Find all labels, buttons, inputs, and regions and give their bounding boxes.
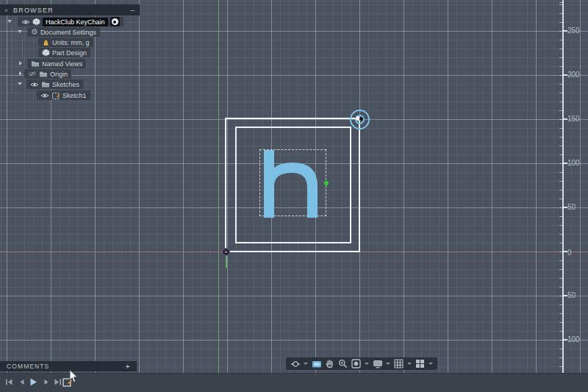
timeline-step-back-button[interactable] xyxy=(17,377,26,387)
fusion-sketch-viewport[interactable]: 250 200 150 100 50 0 50 100 « BROWSER – … xyxy=(0,0,588,392)
tree-item-label[interactable]: HackClub KeyChain xyxy=(43,18,108,26)
tree-item-label[interactable]: Document Settings xyxy=(40,29,96,36)
navigation-toolbar xyxy=(286,357,437,370)
folder-icon xyxy=(39,71,48,78)
look-at-icon[interactable] xyxy=(311,358,322,369)
origin-corner-point[interactable] xyxy=(222,248,230,256)
panel-minimize-icon[interactable]: – xyxy=(130,6,135,14)
tree-item-label[interactable]: Named Views xyxy=(42,60,82,68)
panel-collapse-icon[interactable]: « xyxy=(4,7,7,14)
comments-title: COMMENTS xyxy=(7,363,49,370)
timeline-play-button[interactable] xyxy=(29,377,38,387)
tree-item-label[interactable]: Sketches xyxy=(52,81,79,88)
activate-component-radio[interactable] xyxy=(110,17,120,26)
chevron-down-icon[interactable] xyxy=(365,363,369,365)
corner-vertex-point[interactable] xyxy=(359,117,363,121)
expand-chevron-icon[interactable] xyxy=(18,82,22,85)
eye-icon[interactable] xyxy=(21,19,30,25)
chevron-down-icon[interactable] xyxy=(429,363,433,365)
tree-item-label[interactable]: Sketch1 xyxy=(62,92,87,99)
viewports-icon[interactable] xyxy=(415,358,426,369)
tree-item-origin[interactable]: Origin xyxy=(24,69,71,79)
eye-icon[interactable] xyxy=(40,93,49,99)
expand-chevron-icon[interactable] xyxy=(18,30,22,33)
sketch-icon xyxy=(51,91,60,100)
tree-item-units[interactable]: Units: mm, g xyxy=(38,38,93,47)
tree-item-document-settings[interactable]: ⚙ Document Settings xyxy=(27,27,100,37)
ruler-label: 150 xyxy=(567,115,580,124)
timeline-go-to-start-button[interactable] xyxy=(4,377,14,387)
tree-guide-line xyxy=(12,26,12,93)
expand-chevron-icon[interactable] xyxy=(7,20,12,23)
component-cube-icon xyxy=(32,18,40,26)
origin-y-axis-stub xyxy=(226,255,227,268)
ruler-label: 0 xyxy=(567,249,572,257)
tree-item-label[interactable]: Origin xyxy=(50,71,68,78)
ruler-label: 100 xyxy=(567,159,580,168)
eye-icon[interactable] xyxy=(30,82,39,88)
folder-icon xyxy=(41,81,50,88)
chevron-down-icon[interactable] xyxy=(304,363,308,365)
tree-item-label[interactable]: Part Design xyxy=(52,49,87,57)
tree-item-named-views[interactable]: Named Views xyxy=(27,59,86,68)
gear-icon: ⚙ xyxy=(31,28,38,36)
tree-item-sketches[interactable]: Sketches xyxy=(26,79,83,89)
browser-panel-title: BROWSER xyxy=(13,7,54,14)
mouse-cursor xyxy=(69,370,78,383)
display-settings-icon[interactable] xyxy=(372,358,383,369)
timeline-bar xyxy=(0,373,588,392)
grid-snaps-icon[interactable] xyxy=(393,358,404,369)
chevron-down-icon[interactable] xyxy=(386,363,390,365)
ruler-label: 50 xyxy=(567,291,576,300)
chevron-down-icon[interactable] xyxy=(407,363,412,365)
units-weight-icon xyxy=(42,38,50,46)
ruler-label: 100 xyxy=(567,335,580,344)
orbit-icon[interactable] xyxy=(290,358,301,369)
zoom-icon[interactable] xyxy=(337,358,348,369)
comments-panel-header[interactable]: COMMENTS + xyxy=(0,361,137,371)
tree-item-hackclub-keychain[interactable]: HackClub KeyChain xyxy=(18,17,123,26)
fit-icon[interactable] xyxy=(351,358,362,369)
browser-panel-header[interactable]: « BROWSER – xyxy=(0,4,140,15)
tree-item-label[interactable]: Units: mm, g xyxy=(52,39,90,46)
timeline-step-forward-button[interactable] xyxy=(42,377,51,387)
folder-icon xyxy=(31,60,40,68)
ruler-label: 50 xyxy=(567,203,576,212)
letter-h-sketch[interactable] xyxy=(264,150,318,218)
cube-icon xyxy=(42,49,50,57)
tree-item-sketch1[interactable]: Sketch1 xyxy=(37,90,90,100)
eye-hidden-icon[interactable] xyxy=(28,71,37,77)
add-comment-button[interactable]: + xyxy=(126,362,130,371)
sketch-y-axis xyxy=(218,0,219,373)
ruler-label: 250 xyxy=(567,26,580,35)
selection-midpoint-handle[interactable] xyxy=(324,181,329,185)
pan-hand-icon[interactable] xyxy=(324,358,335,369)
tree-guide-line xyxy=(22,37,23,57)
tree-item-part-design[interactable]: Part Design xyxy=(38,48,90,57)
collapsed-chevron-icon[interactable] xyxy=(19,61,22,65)
collapsed-chevron-icon[interactable] xyxy=(19,71,22,76)
ruler-line xyxy=(562,0,564,373)
ruler-label: 200 xyxy=(567,71,580,79)
